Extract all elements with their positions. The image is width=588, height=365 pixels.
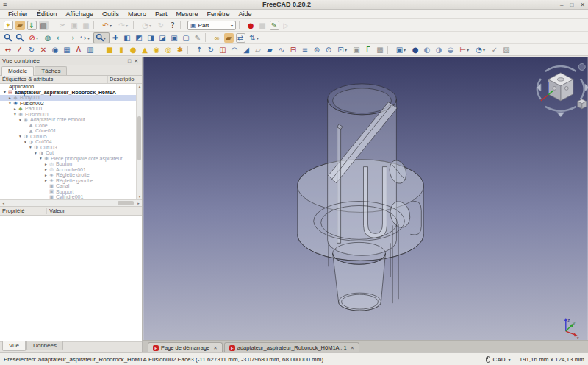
tab-donn-es[interactable]: Données bbox=[26, 341, 63, 350]
extrude-icon[interactable]: ↑ bbox=[193, 44, 205, 55]
tab-mod-le[interactable]: Modèle bbox=[1, 66, 34, 76]
measure-refresh-icon[interactable]: ↻ bbox=[26, 44, 37, 55]
menu-fen-tre[interactable]: Fenêtre bbox=[202, 10, 234, 18]
make-sub-link-icon[interactable]: ⇄ bbox=[234, 32, 246, 43]
macro-record-icon[interactable]: ● bbox=[245, 20, 257, 31]
document-tab-adaptateur-aspirateur-roborock-h6m1a-1[interactable]: Fadaptateur_aspirateur_Roborock_H6M1A : … bbox=[224, 342, 359, 352]
tree-item-fusion001[interactable]: ▾◉Fusion001 bbox=[0, 112, 136, 118]
boolean-union-icon[interactable]: ● bbox=[409, 44, 421, 55]
refresh-icon[interactable]: ↻ bbox=[155, 20, 167, 31]
primitive-cone-icon[interactable]: ▲ bbox=[139, 44, 151, 55]
view-fit-all-icon[interactable] bbox=[2, 32, 14, 43]
view-right-icon[interactable]: ◨ bbox=[145, 32, 157, 43]
tree-item-cut003[interactable]: ▾◑Cut003 bbox=[0, 145, 136, 151]
primitive-sphere-icon[interactable]: ● bbox=[127, 44, 139, 55]
join-features-icon[interactable]: ⊢▾ bbox=[456, 44, 473, 55]
tree-item-pi-ce-principale-c-t-aspirateur[interactable]: ▾◉Pièce principale côté aspirateur bbox=[0, 156, 136, 162]
nav-back-icon[interactable]: ← bbox=[54, 32, 65, 43]
tree-expander-icon[interactable]: ▾ bbox=[2, 90, 7, 94]
tree-item-canal[interactable]: ▣Canal bbox=[0, 183, 136, 189]
menu-outils[interactable]: Outils bbox=[98, 10, 123, 18]
tree-expander-icon[interactable]: ▾ bbox=[7, 101, 12, 105]
float-panel-icon[interactable]: □ bbox=[126, 58, 132, 63]
boolean-common-icon[interactable]: ◑ bbox=[433, 44, 445, 55]
loft-icon[interactable]: ▰ bbox=[264, 44, 276, 55]
close-button[interactable]: ✕ bbox=[580, 1, 585, 8]
hamburger-menu-icon[interactable]: ≡ bbox=[3, 1, 13, 8]
nav-forward-icon[interactable]: → bbox=[65, 32, 77, 43]
tree-item-c-ne[interactable]: ▲Cône bbox=[0, 123, 136, 129]
redo-icon[interactable]: ↷▾ bbox=[115, 20, 132, 31]
projection-on-surface-icon[interactable]: ▣ bbox=[351, 44, 362, 55]
column-value[interactable]: Valeur bbox=[47, 208, 65, 214]
view-fit-selection-icon[interactable] bbox=[14, 32, 26, 43]
tree-expander-icon[interactable]: ▸ bbox=[43, 173, 49, 177]
tree-expander-icon[interactable]: ▾ bbox=[38, 156, 43, 160]
close-tab-icon[interactable]: ✕ bbox=[351, 345, 354, 351]
menu-dition[interactable]: Édition bbox=[32, 10, 62, 18]
tree-expander-icon[interactable]: ▾ bbox=[33, 151, 38, 155]
tree-item-cylindre001[interactable]: ▣Cylindre001 bbox=[0, 194, 136, 200]
defeature-icon[interactable]: ▨ bbox=[501, 44, 512, 55]
fillet-icon[interactable]: ◠ bbox=[229, 44, 240, 55]
view-rear-icon[interactable]: ◪ bbox=[157, 32, 168, 43]
menu-macro[interactable]: Macro bbox=[123, 10, 151, 18]
measure-clear-all-icon[interactable]: ✕ bbox=[37, 44, 49, 55]
mini-cube-icon[interactable] bbox=[578, 99, 587, 109]
revolve-icon[interactable]: ↻ bbox=[205, 44, 217, 55]
tree-item-cut004[interactable]: ▾◑Cut004 bbox=[0, 139, 136, 145]
boolean-cut-icon[interactable]: ◐ bbox=[421, 44, 433, 55]
shape-builder-icon[interactable]: ✱ bbox=[174, 44, 186, 55]
menu-part[interactable]: Part bbox=[151, 10, 172, 18]
measure-toggle-all-icon[interactable]: ◉ bbox=[49, 44, 61, 55]
menu-affichage[interactable]: Affichage bbox=[62, 10, 98, 18]
tree-item-bouton[interactable]: ▸◎Bouton bbox=[0, 161, 136, 167]
tree-item-adaptateur-c-t-embout[interactable]: ▾◉Adaptateur côté embout bbox=[0, 117, 136, 123]
view-front-icon[interactable]: ◧ bbox=[121, 32, 133, 43]
ruled-surface-icon[interactable]: ▱ bbox=[252, 44, 264, 55]
chamfer-icon[interactable]: ◢ bbox=[240, 44, 252, 55]
tree-item-application[interactable]: Application bbox=[0, 84, 136, 90]
scroll-left-icon[interactable]: ◂ bbox=[0, 200, 7, 207]
view-left-icon[interactable]: ▢ bbox=[180, 32, 192, 43]
defeaturing-icon[interactable]: ▩ bbox=[374, 44, 386, 55]
tab-t-ches[interactable]: Tâches bbox=[35, 66, 67, 75]
workbench-selector[interactable]: ▣Part▾ bbox=[187, 21, 236, 30]
macro-stop-icon[interactable]: ■ bbox=[257, 20, 268, 31]
paste-icon[interactable]: ▦ bbox=[80, 20, 92, 31]
link-folder-icon[interactable]: ▰ bbox=[223, 32, 234, 43]
tree-expander-icon[interactable]: ▸ bbox=[7, 96, 12, 100]
primitive-cube-icon[interactable]: ■ bbox=[104, 44, 115, 55]
measure-toggle-delta-icon[interactable]: Δ bbox=[73, 44, 85, 55]
check-geometry-icon[interactable]: ✓ bbox=[489, 44, 501, 55]
menu-fichier[interactable]: Fichier bbox=[4, 10, 32, 18]
tree-expander-icon[interactable]: ▾ bbox=[18, 134, 23, 138]
tree-item-cut[interactable]: ▾◑Cut bbox=[0, 150, 136, 156]
3d-viewport[interactable]: z y x bbox=[143, 57, 588, 340]
thickness-icon[interactable]: ⊡▾ bbox=[334, 44, 351, 55]
cross-sections-icon[interactable]: ≡ bbox=[299, 44, 311, 55]
close-panel-icon[interactable]: ✕ bbox=[132, 58, 140, 64]
tree-expander-icon[interactable]: ▸ bbox=[43, 162, 49, 166]
minimize-button[interactable]: – bbox=[560, 1, 563, 8]
maximize-button[interactable]: □ bbox=[570, 1, 573, 8]
tree-item-r-glette-droite[interactable]: ▸◈Réglette droite bbox=[0, 172, 136, 178]
column-property[interactable]: Propriété bbox=[0, 208, 47, 214]
tree-item-adaptateur-aspirateur-roborock-h6m1a[interactable]: ▾▤adaptateur_aspirateur_Roborock_H6M1A bbox=[0, 90, 136, 96]
macro-play-icon[interactable]: ▷ bbox=[280, 20, 292, 31]
section-icon[interactable]: ⊟ bbox=[287, 44, 299, 55]
boolean-xor-icon[interactable]: ◒ bbox=[445, 44, 456, 55]
offset-3d-icon[interactable]: ⊚ bbox=[311, 44, 323, 55]
measure-distance-icon[interactable]: ✎ bbox=[192, 32, 204, 43]
tree-item-accroche001[interactable]: ▸◎Accroche001 bbox=[0, 167, 136, 173]
tree-expander-icon[interactable]: ▸ bbox=[12, 107, 18, 111]
split-features-icon[interactable]: ◔▾ bbox=[473, 44, 489, 55]
replace-link-icon[interactable]: ⇅▾ bbox=[246, 32, 262, 43]
measure-toggle-3d-icon[interactable]: ▦ bbox=[61, 44, 73, 55]
save-icon[interactable]: ⇓ bbox=[26, 20, 37, 31]
scroll-right-icon[interactable]: ▸ bbox=[135, 200, 142, 207]
3d-viewport-canvas[interactable]: z y x bbox=[143, 57, 588, 340]
color-per-face-icon[interactable]: F bbox=[362, 44, 374, 55]
tree-item-c-ne001[interactable]: ▲Cône001 bbox=[0, 128, 136, 134]
tree-expander-icon[interactable]: ▾ bbox=[23, 140, 28, 144]
